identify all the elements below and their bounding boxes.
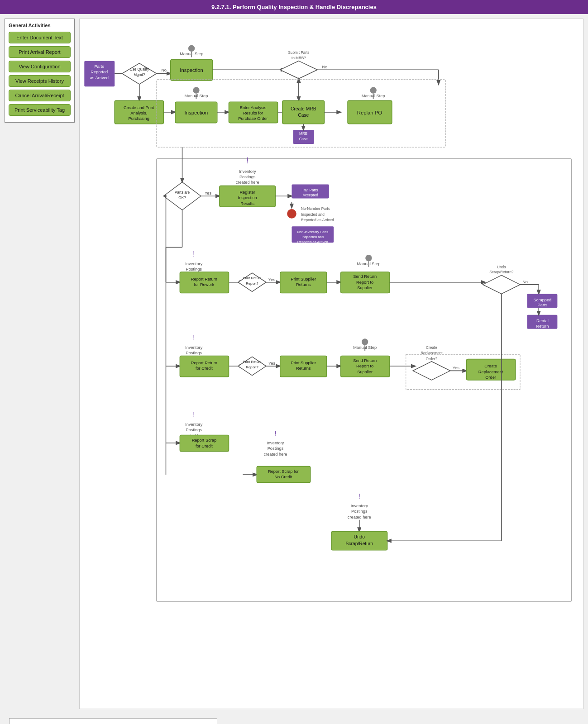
svg-text:Print Return: Print Return [243,360,261,364]
country-activities-box: Country Specific Activities Poland Speci… [9,718,217,724]
svg-text:Use Quality: Use Quality [130,67,149,71]
svg-text:Register: Register [239,190,255,195]
svg-text:No: No [522,280,528,284]
svg-text:Order?: Order? [426,357,438,361]
svg-text:Create: Create [484,364,497,368]
svg-text:!: ! [193,410,195,419]
svg-text:Send Return: Send Return [353,358,377,363]
svg-text:Analysis,: Analysis, [130,111,147,115]
svg-text:Mgmt?: Mgmt? [134,73,145,77]
svg-text:Case: Case [298,113,309,118]
svg-text:Report Return: Report Return [191,277,217,281]
svg-text:Inspection: Inspection [180,67,203,73]
svg-text:Results for: Results for [243,111,263,115]
svg-text:Report?: Report? [246,281,258,286]
print-serviceability-tag-button[interactable]: Print Serviceability Tag [9,104,71,116]
svg-text:Undo: Undo [497,265,506,269]
svg-text:Enter Analysis: Enter Analysis [240,105,267,110]
create-mrb-node[interactable] [282,100,325,124]
svg-text:Print Supplier: Print Supplier [291,277,316,281]
svg-text:Inspection: Inspection [185,110,208,115]
no-number-parts-node [287,209,296,219]
svg-text:Print Supplier: Print Supplier [291,361,316,365]
svg-text:Inventory: Inventory [267,441,284,445]
svg-text:for Credit: for Credit [196,444,213,448]
svg-text:Return: Return [536,324,549,329]
svg-text:Scrapped: Scrapped [534,298,552,302]
svg-text:created here: created here [263,452,287,457]
svg-text:Purchasing: Purchasing [129,116,149,121]
svg-text:Create MRB: Create MRB [291,106,316,111]
svg-text:Inspected and: Inspected and [301,213,325,217]
enter-document-text-button[interactable]: Enter Document Text [9,32,71,43]
svg-text:Inventory: Inventory [185,262,202,266]
svg-text:Order: Order [485,375,496,380]
svg-text:Postings: Postings [268,446,284,451]
svg-text:No: No [161,68,167,72]
svg-text:to MRB?: to MRB? [292,56,306,60]
svg-text:Postings: Postings [186,267,202,272]
svg-text:No-Number Parts: No-Number Parts [301,207,330,211]
svg-text:Postings: Postings [351,509,368,514]
svg-text:Inventory: Inventory [185,422,202,427]
svg-text:Report Return: Report Return [191,361,217,365]
svg-text:created here: created here [236,180,259,185]
diagram-inner: Parts Reported as Arrived Use Quality Mg… [79,19,583,709]
svg-point-9 [188,45,195,52]
svg-text:Reported as Arrived: Reported as Arrived [297,240,328,244]
svg-text:No Credit: No Credit [274,475,292,479]
svg-text:Reported as Arrived: Reported as Arrived [301,218,334,222]
svg-text:for Rework: for Rework [194,282,215,287]
svg-text:!: ! [193,250,195,258]
print-arrival-report-button[interactable]: Print Arrival Report [9,46,71,58]
svg-text:!: ! [193,333,195,342]
svg-text:OK?: OK? [178,196,186,200]
svg-text:Results: Results [240,201,254,206]
page-title: 9.2.7.1. Perform Quality Inspection & Ha… [211,4,377,10]
create-replacement-diamond [413,362,450,380]
svg-text:Supplier: Supplier [357,286,373,290]
svg-text:MRB: MRB [299,132,308,136]
svg-text:!: ! [246,156,249,165]
cancel-arrival-receipt-button[interactable]: Cancel Arrival/Receipt [9,90,71,101]
svg-text:Report Scrap for: Report Scrap for [268,469,299,474]
svg-text:Report to: Report to [356,280,373,285]
svg-text:Parts: Parts [538,303,548,307]
country-section: Country Specific Activities Poland Speci… [5,718,583,724]
svg-text:Yes: Yes [268,361,275,366]
diagram-area: Parts Reported as Arrived Use Quality Mg… [79,19,583,709]
sidebar-box: General Activities Enter Document Text P… [5,19,75,123]
svg-text:Replan PO: Replan PO [357,110,382,115]
svg-text:Scrap/Return?: Scrap/Return? [489,270,513,274]
svg-text:Report to: Report to [356,364,373,368]
view-configuration-button[interactable]: View Configuration [9,61,71,72]
svg-text:Accepted: Accepted [303,193,319,197]
svg-text:for Credit: for Credit [196,366,213,371]
svg-text:Inventory: Inventory [239,169,256,174]
svg-text:Inv. Parts: Inv. Parts [303,188,318,192]
svg-text:Inventory: Inventory [185,345,202,350]
svg-text:Non-Inventory Parts: Non-Inventory Parts [297,230,328,234]
svg-text:Inspection: Inspection [238,195,257,200]
svg-text:created here: created here [348,515,371,519]
svg-text:Postings: Postings [186,428,202,432]
svg-text:as Arrived: as Arrived [90,76,109,80]
view-receipts-history-button[interactable]: View Receipts History [9,75,71,87]
svg-text:Inventory: Inventory [351,504,368,508]
svg-text:Purchase Order: Purchase Order [238,116,268,121]
svg-text:Returns: Returns [296,282,311,287]
svg-point-115 [362,338,368,345]
svg-text:Undo: Undo [354,534,365,539]
svg-text:Replacement: Replacement [421,351,443,355]
svg-text:Rental: Rental [536,319,549,323]
svg-text:Returns: Returns [296,366,311,371]
undo-scrap-diamond [483,275,520,294]
sidebar: General Activities Enter Document Text P… [5,19,75,709]
svg-text:No: No [322,65,327,69]
submit-mrb-diamond [280,61,317,79]
svg-text:Report?: Report? [246,365,258,369]
svg-text:Parts are: Parts are [175,191,190,195]
sidebar-title: General Activities [9,23,71,28]
svg-text:Case: Case [299,137,308,141]
svg-text:Inspected and: Inspected and [302,235,324,239]
